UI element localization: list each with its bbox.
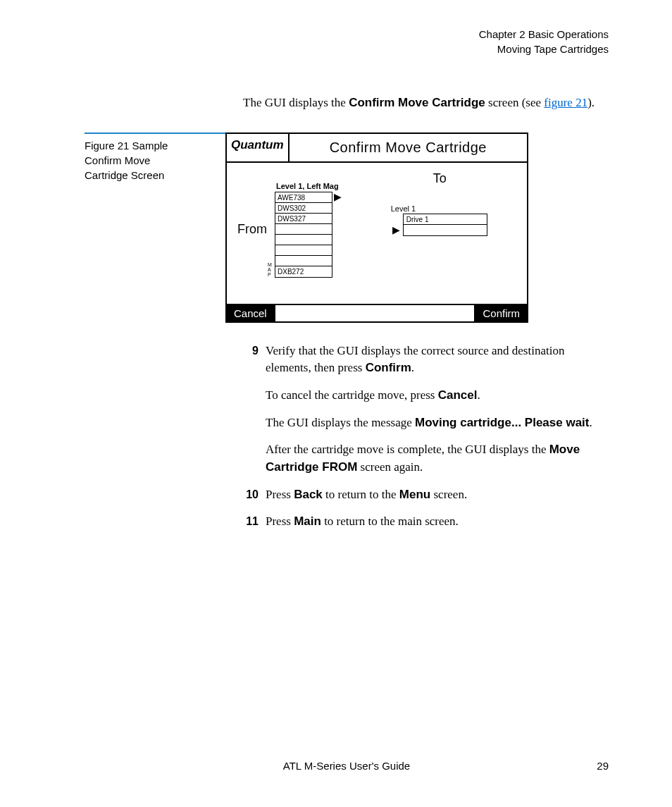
intro-text2: screen (see	[485, 96, 545, 109]
step-text: After the cartridge move is complete, th…	[266, 443, 549, 456]
header-section: Moving Tape Cartridges	[85, 42, 609, 56]
step-text: .	[590, 416, 592, 429]
slot-row[interactable]: DWS327	[275, 214, 332, 224]
step-text: screen again.	[357, 460, 423, 474]
intro-bold: Confirm Move Cartridge	[349, 96, 485, 109]
step-11: 11 Press Main to return to the main scre…	[243, 513, 609, 531]
step-bold: Moving cartridge... Please wait	[415, 416, 590, 429]
slot-row[interactable]: DWS302	[275, 203, 332, 214]
step-text: to return to the	[323, 488, 399, 501]
step-bold: Main	[294, 515, 321, 528]
step-text: Press	[266, 488, 294, 501]
figure-caption-line: Confirm Move	[85, 153, 211, 168]
slot-row[interactable]	[275, 245, 332, 256]
from-label: From	[234, 222, 270, 237]
step-text: .	[477, 388, 480, 402]
step-number: 11	[243, 513, 266, 531]
gui-title: Confirm Move Cartridge	[290, 134, 527, 161]
figure-caption-line: Figure 21 Sample	[85, 138, 211, 153]
page-footer: ATL M-Series User's Guide 29	[85, 760, 609, 772]
slot-row[interactable]: AWE738▶	[275, 192, 332, 203]
map-label: MAP	[268, 262, 271, 277]
to-slot-table: Drive 1	[403, 214, 487, 236]
confirm-button[interactable]: Confirm	[474, 305, 527, 321]
footer-title: ATL M-Series User's Guide	[85, 760, 609, 772]
step-9: 9 Verify that the GUI displays the corre…	[243, 343, 609, 476]
step-text: Press	[266, 515, 294, 528]
arrow-right-icon: ▶	[392, 224, 400, 235]
header-chapter: Chapter 2 Basic Operations	[85, 27, 609, 42]
intro-text: The GUI displays the	[243, 96, 349, 109]
figure-link[interactable]: figure 21	[544, 96, 587, 109]
step-bold: Menu	[399, 488, 430, 501]
step-text: To cancel the cartridge move, press	[266, 388, 438, 402]
step-text: Verify that the GUI displays the correct…	[266, 344, 564, 375]
page-header: Chapter 2 Basic Operations Moving Tape C…	[85, 27, 609, 56]
slot-row[interactable]: DXB272	[275, 266, 332, 277]
to-slot-row[interactable]: Drive 1	[404, 214, 487, 225]
to-header: Level 1	[391, 204, 520, 213]
slot-row[interactable]	[275, 224, 332, 235]
step-number: 9	[243, 343, 266, 476]
slot-row[interactable]	[275, 256, 332, 266]
intro-paragraph: The GUI displays the Confirm Move Cartri…	[243, 94, 609, 111]
step-10: 10 Press Back to return to the Menu scre…	[243, 486, 609, 504]
gui-screenshot: Quantum Confirm Move Cartridge From MAP …	[225, 133, 528, 323]
gui-logo: Quantum	[227, 134, 290, 161]
cancel-button[interactable]: Cancel	[227, 305, 275, 321]
intro-close: ).	[587, 96, 595, 109]
step-bold: Confirm	[366, 361, 411, 374]
step-bold: Cancel	[438, 388, 478, 402]
from-header: Level 1, Left Mag	[276, 182, 339, 190]
to-slot-row[interactable]	[404, 225, 487, 235]
step-text: screen.	[430, 488, 467, 501]
figure-caption: Figure 21 Sample Confirm Move Cartridge …	[85, 133, 225, 183]
from-slot-table: AWE738▶ DWS302 DWS327 DXB272	[275, 192, 332, 278]
step-text: .	[411, 361, 414, 374]
arrow-right-icon: ▶	[334, 192, 342, 202]
step-number: 10	[243, 486, 266, 504]
slot-row[interactable]	[275, 235, 332, 245]
step-text: The GUI displays the message	[266, 416, 415, 429]
to-label: To	[360, 171, 520, 186]
step-bold: Back	[294, 488, 323, 501]
figure-caption-line: Cartridge Screen	[85, 168, 211, 183]
step-text: to return to the main screen.	[321, 515, 459, 528]
